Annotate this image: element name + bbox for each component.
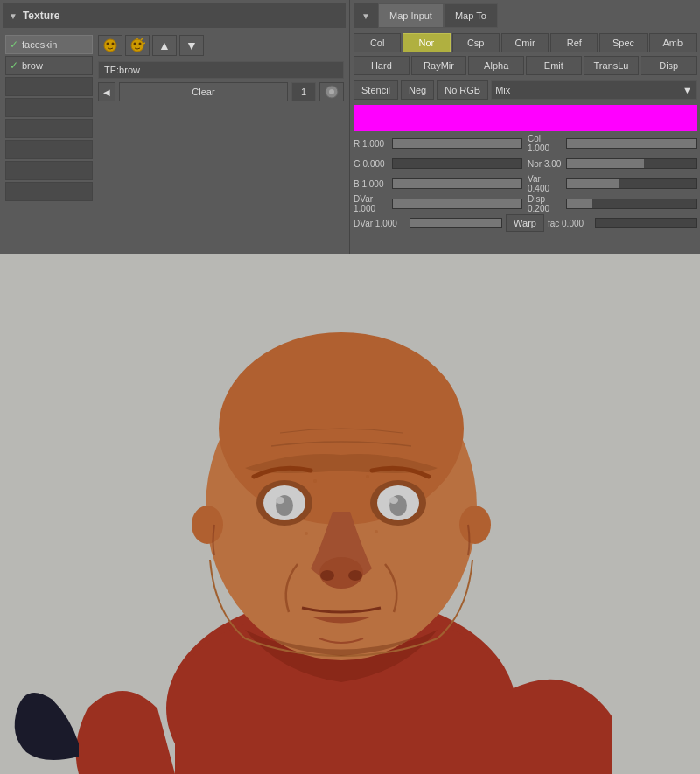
texture-panel: ▼ Texture ✓ faceskin ✓ brow: [0, 0, 350, 254]
map-to-tab[interactable]: Map To: [444, 3, 498, 28]
dvar-slider[interactable]: [392, 199, 522, 209]
nor-slider-fill: [567, 159, 644, 168]
tab-csp[interactable]: Csp: [452, 33, 500, 52]
viewport: [0, 254, 700, 774]
texture-panel-title: Texture: [23, 10, 60, 22]
b-slider[interactable]: [392, 178, 522, 189]
mix-select[interactable]: Mix ▼: [491, 80, 696, 100]
texture-slot-list: ✓ faceskin ✓ brow: [5, 35, 93, 201]
tab-alpha[interactable]: Alpha: [468, 56, 524, 75]
no-rgb-button[interactable]: No RGB: [437, 80, 488, 100]
tab-translu[interactable]: TransLu: [584, 56, 640, 75]
color-swatch[interactable]: [354, 105, 696, 131]
col-slider-fill: [567, 139, 696, 148]
slot-2-check: ✓: [10, 59, 18, 72]
svg-point-28: [313, 479, 317, 483]
texture-slot-2[interactable]: ✓ brow: [5, 56, 93, 75]
disp-slider[interactable]: [566, 199, 696, 209]
disp-slider-row: Disp 0.200: [528, 195, 696, 213]
tab-nor[interactable]: Nor: [402, 33, 450, 52]
r-slider-row: R 1.000: [354, 135, 522, 152]
texture-panel-header: ▼ Texture: [4, 3, 346, 28]
col-label: Col 1.000: [528, 134, 563, 153]
dvar-bottom-slider[interactable]: [410, 218, 502, 228]
svg-point-24: [389, 497, 398, 504]
svg-point-29: [366, 475, 369, 478]
texture-slot-1[interactable]: ✓ faceskin: [5, 35, 93, 54]
svg-point-2: [112, 43, 115, 45]
svg-point-0: [104, 39, 116, 52]
svg-point-31: [374, 530, 378, 533]
dvar-bottom-fill: [410, 219, 501, 227]
prev-texture-button[interactable]: ◀: [98, 82, 116, 101]
fac-slider[interactable]: [595, 218, 696, 228]
tab-amb[interactable]: Amb: [649, 33, 696, 52]
r-slider-fill: [393, 139, 522, 148]
col-slider-row: Col 1.000: [528, 135, 696, 152]
tab-disp[interactable]: Disp: [640, 56, 696, 75]
g-label: G 0.000: [354, 159, 388, 169]
texture-slot-6[interactable]: [5, 140, 93, 159]
svg-line-8: [144, 43, 145, 44]
texture-controls-row: ◀ Clear: [98, 82, 344, 101]
clear-button[interactable]: Clear: [119, 82, 288, 101]
warp-button[interactable]: Warp: [506, 214, 544, 232]
nor-slider[interactable]: [566, 158, 696, 169]
nor-slider-row: Nor 3.00: [528, 155, 696, 172]
disp-label: Disp 0.200: [528, 194, 563, 213]
num-field[interactable]: [291, 82, 316, 101]
texture-icon-row: ▲ ▼: [98, 35, 344, 56]
move-up-button[interactable]: ▲: [152, 35, 177, 56]
tab-col[interactable]: Col: [354, 33, 401, 52]
tab-hard[interactable]: Hard: [354, 56, 410, 75]
tab-ref[interactable]: Ref: [550, 33, 598, 52]
g-slider[interactable]: [392, 158, 522, 169]
svg-point-23: [276, 497, 284, 504]
col-slider[interactable]: [566, 138, 696, 149]
texture-slot-7[interactable]: [5, 161, 93, 180]
slot-1-label: faceskin: [22, 39, 57, 50]
dvar-bottom-label: DVar 1.000: [354, 219, 406, 228]
map-input-tab[interactable]: Map Input: [378, 3, 444, 28]
disp-slider-fill: [567, 199, 592, 208]
map-tabs-row2: Hard RayMir Alpha Emit TransLu Disp: [354, 56, 696, 75]
nor-label: Nor 3.00: [528, 159, 563, 169]
var-slider[interactable]: [566, 178, 696, 189]
svg-point-5: [139, 43, 142, 45]
r-slider[interactable]: [392, 138, 522, 149]
tab-spec[interactable]: Spec: [599, 33, 647, 52]
map-panel-header: ▼ Map Input Map To: [354, 3, 696, 28]
te-field[interactable]: [98, 61, 344, 79]
var-slider-fill: [567, 179, 619, 188]
var-label: Var 0.400: [528, 174, 563, 193]
stencil-row: Stencil Neg No RGB Mix ▼: [354, 80, 696, 100]
neg-button[interactable]: Neg: [401, 80, 434, 100]
texture-slot-8[interactable]: [5, 182, 93, 201]
tab-raymir[interactable]: RayMir: [411, 56, 467, 75]
b-label: B 1.000: [354, 179, 388, 189]
texture-slot-3[interactable]: [5, 77, 93, 96]
g-slider-row: G 0.000: [354, 155, 522, 172]
slot-1-check: ✓: [10, 38, 18, 51]
stencil-button[interactable]: Stencil: [354, 80, 398, 100]
svg-point-30: [304, 532, 308, 535]
tab-emit[interactable]: Emit: [526, 56, 582, 75]
down-arrow-icon: ▼: [186, 38, 198, 52]
right-slider-col: Col 1.000 Nor 3.00 Var 0.400: [528, 135, 696, 213]
face-icon-2[interactable]: [125, 35, 150, 56]
texture-slot-5[interactable]: [5, 119, 93, 138]
texture-browse-button[interactable]: [319, 82, 344, 101]
map-collapse-arrow[interactable]: ▼: [354, 3, 378, 28]
tab-cmir[interactable]: Cmir: [501, 33, 549, 52]
up-arrow-icon: ▲: [158, 38, 171, 52]
face-icon-1[interactable]: [98, 35, 122, 56]
map-tabs-row1: Col Nor Csp Cmir Ref Spec Amb: [354, 33, 696, 52]
svg-line-7: [141, 38, 143, 40]
texture-collapse-arrow[interactable]: ▼: [9, 11, 18, 21]
dvar-slider-row: DVar 1.000: [354, 195, 522, 213]
fac-row: fac 0.000: [548, 214, 696, 232]
move-down-button[interactable]: ▼: [179, 35, 204, 56]
texture-slot-4[interactable]: [5, 98, 93, 117]
svg-point-16: [459, 506, 491, 544]
left-arrow-icon: ◀: [103, 87, 110, 97]
